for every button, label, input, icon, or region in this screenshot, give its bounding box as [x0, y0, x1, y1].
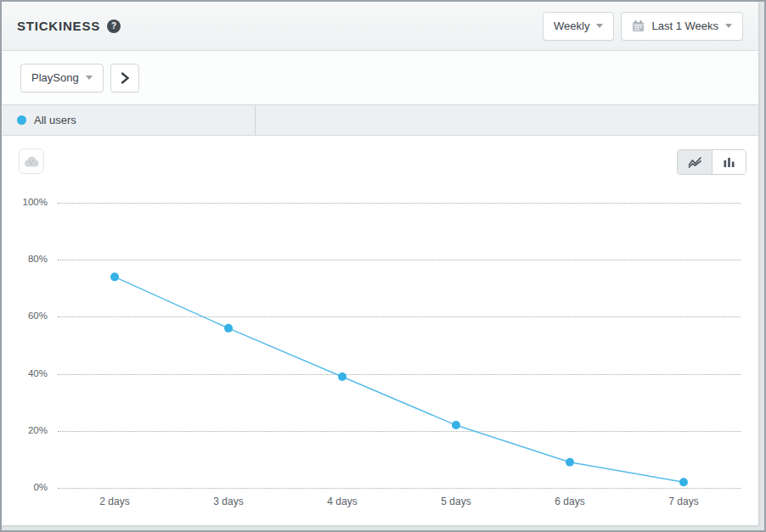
calendar-icon: [632, 20, 645, 32]
x-axis-tick-label: 7 days: [668, 496, 698, 507]
chevron-down-icon: [725, 24, 732, 28]
y-axis-tick-label: 40%: [28, 368, 48, 378]
date-range-dropdown-value: Last 1 Weeks: [651, 20, 718, 32]
stickiness-card: STICKINESS ? Weekly: [2, 2, 758, 525]
y-axis-tick-label: 20%: [28, 425, 48, 435]
data-point[interactable]: [566, 458, 574, 467]
series-line: [115, 277, 684, 482]
legend-row: All users: [2, 104, 758, 136]
y-axis-tick-label: 0%: [33, 482, 48, 492]
legend-row-spacer: [256, 105, 758, 135]
gridline: [58, 488, 741, 489]
x-axis-tick-label: 4 days: [327, 496, 357, 507]
snapshot-button[interactable]: [19, 148, 44, 174]
plot-area: 0%20%40%60%80%100%2 days3 days4 days5 da…: [58, 203, 741, 488]
x-axis-tick-label: 2 days: [99, 496, 129, 507]
help-icon[interactable]: ?: [107, 20, 121, 33]
data-point[interactable]: [224, 324, 233, 333]
legend-item-label: All users: [34, 114, 76, 126]
page-title: STICKINESS: [17, 19, 100, 33]
cloud-icon: [24, 156, 39, 167]
data-point[interactable]: [338, 372, 346, 381]
event-dropdown[interactable]: PlaySong: [20, 64, 104, 92]
legend-item-all-users[interactable]: All users: [2, 105, 256, 135]
x-axis-tick-label: 5 days: [441, 496, 470, 507]
bar-chart-toggle[interactable]: [712, 150, 746, 174]
line-chart-toggle[interactable]: [678, 150, 712, 174]
chart-section: 0%20%40%60%80%100%2 days3 days4 days5 da…: [2, 136, 758, 525]
interval-dropdown-value: Weekly: [554, 20, 589, 32]
date-range-dropdown[interactable]: Last 1 Weeks: [621, 12, 743, 41]
data-point[interactable]: [110, 272, 119, 281]
header-title-group: STICKINESS ?: [17, 19, 121, 33]
x-axis-tick-label: 3 days: [213, 496, 243, 507]
line-chart-icon: [688, 156, 702, 169]
data-point[interactable]: [679, 478, 688, 486]
y-axis-tick-label: 80%: [28, 254, 48, 264]
y-axis-tick-label: 60%: [28, 311, 48, 321]
chevron-down-icon: [86, 76, 93, 80]
chevron-right-icon: [120, 71, 130, 85]
chart-type-toggle: [677, 149, 746, 175]
bar-chart-icon: [723, 156, 735, 168]
y-axis-tick-label: 100%: [23, 197, 48, 207]
data-point[interactable]: [452, 421, 460, 429]
interval-dropdown[interactable]: Weekly: [543, 12, 614, 41]
next-step-button[interactable]: [110, 64, 139, 92]
event-dropdown-value: PlaySong: [31, 71, 79, 84]
line-series: [58, 203, 741, 488]
header: STICKINESS ? Weekly: [2, 2, 758, 51]
chevron-down-icon: [596, 24, 603, 28]
app-window: STICKINESS ? Weekly: [0, 0, 766, 532]
header-controls: Weekly Last 1 Weeks: [543, 12, 743, 41]
series-color-dot: [17, 115, 26, 125]
event-toolbar: PlaySong: [2, 51, 758, 104]
x-axis-tick-label: 6 days: [555, 496, 584, 507]
